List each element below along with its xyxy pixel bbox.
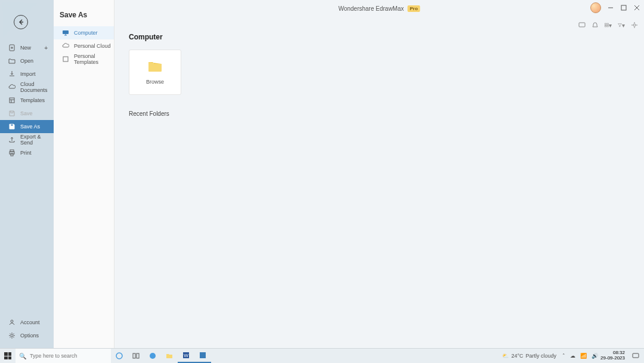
nav-open[interactable]: Open bbox=[0, 54, 54, 67]
nav-label: Save bbox=[20, 110, 33, 116]
arrow-left-icon bbox=[17, 19, 24, 26]
avatar[interactable] bbox=[590, 2, 601, 13]
svg-rect-9 bbox=[621, 5, 626, 10]
system-tray: ˄ ☁ 📶 🔊 bbox=[562, 353, 600, 359]
save-icon bbox=[8, 110, 16, 117]
message-icon[interactable] bbox=[578, 21, 586, 29]
search-icon: 🔍 bbox=[19, 353, 26, 359]
nav-label: Print bbox=[20, 150, 32, 156]
nav-list-bottom: Account Options bbox=[0, 316, 54, 342]
bell-icon[interactable] bbox=[592, 21, 599, 29]
clock[interactable]: 08:32 29-09-2023 bbox=[600, 350, 627, 361]
tray-onedrive-icon[interactable]: ☁ bbox=[570, 353, 575, 359]
filter-icon[interactable]: ▾ bbox=[618, 21, 625, 29]
export-icon bbox=[8, 136, 16, 143]
location-personal-templates[interactable]: Personal Templates bbox=[54, 53, 114, 66]
tray-chevron-icon[interactable]: ˄ bbox=[562, 353, 565, 359]
location-computer[interactable]: Computer bbox=[54, 26, 114, 39]
nav-export-send[interactable]: Export & Send bbox=[0, 133, 54, 146]
nav-new[interactable]: New + bbox=[0, 41, 54, 54]
templates-icon bbox=[8, 97, 16, 104]
tray-wifi-icon[interactable]: 📶 bbox=[580, 353, 587, 359]
plus-icon[interactable]: + bbox=[44, 45, 48, 51]
nav-save-as[interactable]: Save As bbox=[0, 120, 54, 133]
svg-point-16 bbox=[116, 353, 122, 359]
action-center-icon[interactable] bbox=[627, 349, 644, 363]
nav-cloud-documents[interactable]: Cloud Documents bbox=[0, 81, 54, 94]
nav-import[interactable]: Import bbox=[0, 67, 54, 81]
nav-label: Export & Send bbox=[20, 134, 49, 146]
window-controls bbox=[590, 2, 640, 13]
nav-label: Cloud Documents bbox=[20, 81, 49, 93]
new-file-icon bbox=[8, 44, 16, 51]
clock-date: 29-09-2023 bbox=[600, 356, 625, 361]
top-toolbar: ▾ ▾ bbox=[578, 21, 638, 29]
account-icon bbox=[8, 319, 16, 326]
maximize-button[interactable] bbox=[620, 4, 627, 11]
taskbar-search[interactable]: 🔍 Type here to search bbox=[16, 349, 111, 363]
svg-rect-18 bbox=[137, 353, 139, 358]
word-icon[interactable]: W bbox=[178, 349, 194, 363]
minimize-button[interactable] bbox=[607, 4, 614, 11]
nav-label: New bbox=[20, 45, 31, 51]
pro-badge: Pro bbox=[407, 5, 420, 12]
nav-label: Open bbox=[20, 58, 33, 64]
grid-icon[interactable]: ▾ bbox=[605, 21, 612, 29]
nav-templates[interactable]: Templates bbox=[0, 94, 54, 107]
location-personal-cloud[interactable]: Personal Cloud bbox=[54, 39, 114, 53]
browse-label: Browse bbox=[146, 79, 164, 85]
location-label: Personal Templates bbox=[74, 53, 114, 65]
taskbar-apps: W bbox=[111, 349, 211, 363]
nav-label: Templates bbox=[20, 97, 45, 103]
svg-point-15 bbox=[633, 24, 636, 26]
explorer-icon[interactable] bbox=[161, 349, 178, 363]
weather-icon: ⛅ bbox=[502, 353, 509, 359]
windows-icon bbox=[4, 352, 11, 359]
svg-point-19 bbox=[150, 353, 156, 359]
content-area: Computer Browse Recent Folders bbox=[129, 33, 630, 348]
svg-text:W: W bbox=[184, 353, 188, 358]
app-window: New + Open Import Cloud Documents Templa… bbox=[0, 0, 644, 348]
template-icon bbox=[62, 56, 69, 63]
cloud-icon bbox=[8, 84, 16, 91]
edraw-icon[interactable] bbox=[194, 349, 211, 363]
location-label: Personal Cloud bbox=[74, 43, 111, 49]
location-panel: Save As Computer Personal Cloud Personal… bbox=[54, 0, 114, 348]
svg-rect-23 bbox=[633, 353, 639, 358]
browse-card[interactable]: Browse bbox=[129, 50, 181, 95]
weather-desc: Partly cloudy bbox=[526, 353, 557, 359]
svg-rect-8 bbox=[63, 57, 68, 61]
location-label: Computer bbox=[74, 30, 98, 36]
taskbar: 🔍 Type here to search W ⛅ 24°C Partly cl… bbox=[0, 348, 644, 363]
tray-volume-icon[interactable]: 🔊 bbox=[592, 353, 598, 359]
nav-label: Save As bbox=[20, 124, 40, 130]
settings-icon[interactable] bbox=[631, 21, 638, 29]
back-button[interactable] bbox=[14, 15, 28, 29]
nav-print[interactable]: Print bbox=[0, 146, 54, 159]
nav-options[interactable]: Options bbox=[0, 329, 54, 342]
task-view-icon[interactable] bbox=[128, 349, 144, 363]
app-title: Wondershare EdrawMax Pro bbox=[338, 5, 420, 12]
app-title-text: Wondershare EdrawMax bbox=[338, 5, 404, 12]
folder-icon bbox=[147, 60, 163, 73]
titlebar: Wondershare EdrawMax Pro bbox=[114, 0, 644, 17]
start-button[interactable] bbox=[0, 349, 16, 363]
weather-widget[interactable]: ⛅ 24°C Partly cloudy bbox=[502, 353, 562, 359]
svg-rect-22 bbox=[200, 352, 206, 358]
nav-account[interactable]: Account bbox=[0, 316, 54, 329]
panel-title: Save As bbox=[54, 0, 114, 26]
print-icon bbox=[8, 149, 16, 156]
file-sidebar: New + Open Import Cloud Documents Templa… bbox=[0, 0, 54, 348]
nav-label: Import bbox=[20, 71, 36, 77]
nav-label: Options bbox=[20, 333, 39, 339]
cloud-icon bbox=[62, 42, 69, 50]
svg-rect-10 bbox=[579, 23, 585, 27]
cortana-icon[interactable] bbox=[111, 349, 128, 363]
weather-temp: 24°C bbox=[511, 353, 523, 359]
svg-rect-13 bbox=[605, 26, 606, 27]
svg-rect-7 bbox=[63, 30, 69, 34]
close-button[interactable] bbox=[633, 4, 640, 11]
monitor-icon bbox=[62, 29, 69, 36]
edge-icon[interactable] bbox=[144, 349, 161, 363]
svg-point-6 bbox=[11, 334, 13, 337]
